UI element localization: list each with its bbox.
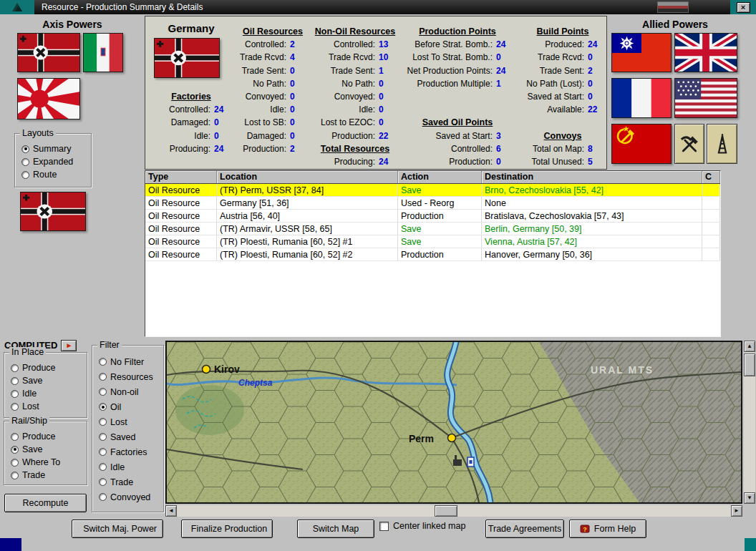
table-row[interactable]: Oil Resource Germany [51, 36] Used - Reo… xyxy=(145,197,720,210)
china-flag[interactable] xyxy=(611,33,672,72)
form-help-button[interactable]: ? Form Help xyxy=(569,520,646,538)
radio-label: Convoyed xyxy=(110,492,150,502)
radio-label: Lost xyxy=(22,401,39,411)
radio-button[interactable] xyxy=(99,403,107,411)
layout-option[interactable]: Summary xyxy=(15,142,91,155)
horizontal-scroll-thumb[interactable] xyxy=(435,505,457,517)
radio-button[interactable] xyxy=(99,448,107,456)
radio-button[interactable] xyxy=(99,373,107,381)
stat-row: Produced:24 xyxy=(519,38,606,51)
column-header-destination[interactable]: Destination xyxy=(482,171,702,183)
scroll-right-button[interactable]: ► xyxy=(731,505,742,517)
japan-flag[interactable] xyxy=(17,78,80,120)
radio-button[interactable] xyxy=(99,493,107,501)
ussr-flag[interactable] xyxy=(611,124,672,164)
table-row[interactable]: Oil Resource Austria [56, 40] Production… xyxy=(145,210,720,223)
filter-option[interactable]: Non-oil xyxy=(92,384,163,399)
italy-flag[interactable] xyxy=(83,33,123,72)
radio-button[interactable] xyxy=(99,463,107,471)
filter-option[interactable]: No Filter xyxy=(92,354,163,369)
switch-map-button[interactable]: Switch Map xyxy=(297,520,374,538)
filter-option[interactable]: Resources xyxy=(92,369,163,384)
kirov-city-marker[interactable] xyxy=(203,366,210,374)
radio-button[interactable] xyxy=(99,418,107,426)
app-icon[interactable] xyxy=(0,0,34,14)
map-vertical-scrollbar[interactable]: ▲ ▼ xyxy=(744,341,755,504)
layouts-group-title: Layouts xyxy=(20,128,56,138)
radio-button[interactable] xyxy=(11,390,19,398)
table-row[interactable]: Oil Resource (TR) Ploesti, Rumania [60, … xyxy=(145,235,720,248)
radio-button[interactable] xyxy=(99,478,107,486)
filter-option[interactable]: Oil xyxy=(92,399,163,414)
radio-button[interactable] xyxy=(99,388,107,396)
trade-agreements-button[interactable]: Trade Agreements xyxy=(485,520,564,538)
filter-option[interactable]: Saved xyxy=(92,429,163,444)
filter-option[interactable]: Idle xyxy=(92,459,163,474)
perm-city-marker[interactable] xyxy=(448,434,456,442)
radio-button[interactable] xyxy=(11,459,19,467)
scroll-down-button[interactable]: ▼ xyxy=(744,492,755,504)
table-row[interactable]: Oil Resource (TR) Armavir, USSR [58, 65]… xyxy=(145,223,720,235)
layout-option[interactable]: Expanded xyxy=(15,155,91,168)
rail-ship-option[interactable]: Produce xyxy=(4,430,87,443)
computed-arrow-button[interactable]: ► xyxy=(61,340,77,351)
convoys-header: Convoys xyxy=(519,130,606,142)
in-place-option[interactable]: Save xyxy=(4,374,87,387)
filter-option[interactable]: Factories xyxy=(92,444,163,459)
application-window: Resource - Production Summary & Details … xyxy=(0,0,756,551)
scroll-up-button[interactable]: ▲ xyxy=(744,341,755,352)
title-bar[interactable]: Resource - Production Summary & Details … xyxy=(0,0,756,14)
radio-button[interactable] xyxy=(11,433,19,441)
rail-ship-option[interactable]: Where To xyxy=(4,456,87,469)
stat-row: Net Production Points:24 xyxy=(400,64,515,77)
hex-map[interactable]: Kirov Cheptsa Perm URAL MTS xyxy=(165,341,742,504)
column-header-location[interactable]: Location xyxy=(217,171,398,183)
radio-button[interactable] xyxy=(11,472,19,479)
germany-flag[interactable] xyxy=(17,33,80,72)
in-place-option[interactable]: Produce xyxy=(4,361,87,374)
center-linked-map-control[interactable]: Center linked map xyxy=(379,521,465,531)
titlebar-right: × xyxy=(730,0,756,14)
unit-counter-icon[interactable] xyxy=(467,457,474,467)
close-button[interactable]: × xyxy=(737,2,750,13)
filter-option[interactable]: Lost xyxy=(92,414,163,429)
radio-label: Produce xyxy=(22,431,56,442)
usa-flag[interactable] xyxy=(674,78,737,118)
table-row[interactable]: Oil Resource (TR) Perm, USSR [37, 84] Sa… xyxy=(145,184,720,197)
map-horizontal-scrollbar[interactable]: ◄ ► xyxy=(165,505,742,517)
radio-button[interactable] xyxy=(11,403,19,411)
resources-toggle-button[interactable] xyxy=(674,124,704,164)
vertical-scroll-thumb[interactable] xyxy=(744,353,755,376)
rail-ship-option[interactable]: Trade xyxy=(4,469,87,482)
switch-major-power-button[interactable]: Switch Maj. Power xyxy=(72,520,163,538)
filter-option[interactable]: Trade xyxy=(92,474,163,489)
column-header-c[interactable]: C xyxy=(702,171,720,183)
finalize-production-button[interactable]: Finalize Production xyxy=(181,520,273,538)
in-place-option[interactable]: Idle xyxy=(4,387,87,400)
recompute-button[interactable]: Recompute xyxy=(4,494,87,512)
filter-option[interactable]: Convoyed xyxy=(92,489,163,504)
factories-header: Factories xyxy=(150,90,233,103)
uk-flag[interactable] xyxy=(674,33,737,72)
table-row[interactable]: Oil Resource (TR) Ploesti, Rumania [60, … xyxy=(145,248,720,261)
radio-button[interactable] xyxy=(11,446,19,454)
radio-button[interactable] xyxy=(21,158,29,166)
radio-button[interactable] xyxy=(99,358,107,366)
rail-ship-option[interactable]: Save xyxy=(4,443,87,456)
scroll-left-button[interactable]: ◄ xyxy=(165,505,177,517)
radio-button[interactable] xyxy=(99,433,107,441)
germany-flag-small[interactable] xyxy=(20,192,86,231)
column-header-type[interactable]: Type xyxy=(145,171,217,183)
oil-toggle-button[interactable] xyxy=(707,124,737,164)
radio-button[interactable] xyxy=(11,377,19,385)
column-header-action[interactable]: Action xyxy=(398,171,482,183)
center-linked-map-checkbox[interactable] xyxy=(379,522,389,531)
radio-button[interactable] xyxy=(21,145,29,153)
france-flag[interactable] xyxy=(611,78,672,118)
layouts-options: Summary Expanded Route xyxy=(15,134,91,181)
layout-option[interactable]: Route xyxy=(15,168,91,181)
radio-button[interactable] xyxy=(11,364,19,372)
radio-button[interactable] xyxy=(21,171,29,179)
stat-row: Convoyed:0 xyxy=(313,90,397,103)
in-place-option[interactable]: Lost xyxy=(4,400,87,413)
